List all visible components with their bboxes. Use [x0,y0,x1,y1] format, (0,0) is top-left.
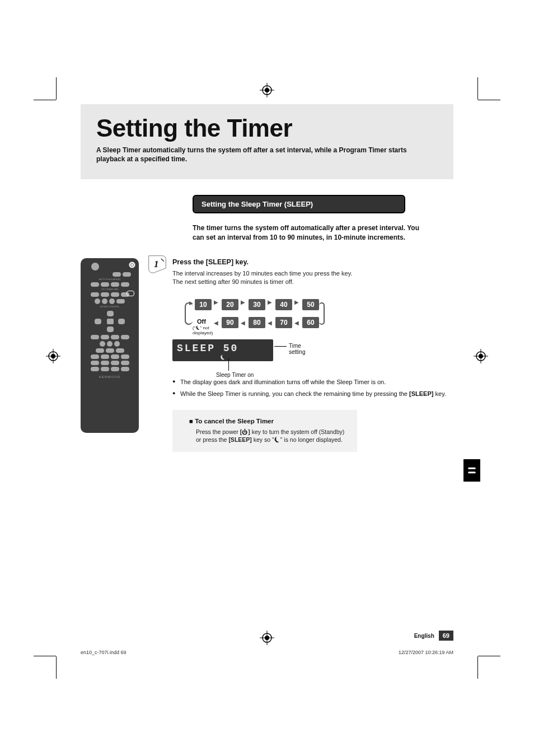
section-tab-icon [463,459,480,482]
note-body: Press the power [⏻] key to turn the syst… [189,428,347,444]
interval-chip: 40 [275,299,292,310]
page-subtitle: A Sleep Timer automatically turns the sy… [96,146,410,164]
interval-chip: 10 [195,299,212,310]
step-text-1: The interval increases by 10 minutes eac… [172,269,453,278]
sleep-key-highlight [127,291,134,296]
print-footer: en10_c-707i.indd 69 12/27/2007 10:26:19 … [81,650,453,655]
lcd-caption-on: Sleep Timer on [216,372,254,378]
section-heading: Setting the Sleep Timer (SLEEP) [193,195,405,213]
lcd-text: SLEEP 50 [177,343,238,354]
page-footer: English 69 [414,631,453,641]
print-timestamp: 12/27/2007 10:26:19 AM [399,650,453,655]
notes-list: The display goes dark and illumination t… [172,378,453,399]
step-heading: Press the [SLEEP] key. [172,258,453,266]
interval-chip: 60 [302,317,319,328]
section-intro: The timer turns the system off automatic… [193,223,422,242]
page-title: Setting the Timer [96,114,438,142]
step-number-icon: 1 [148,255,167,274]
svg-text:1: 1 [154,259,159,269]
cancel-note-box: To cancel the Sleep Timer Press the powe… [172,410,357,452]
moon-icon: ⏾ [177,355,269,360]
footer-language: English [414,633,434,639]
note-heading: To cancel the Sleep Timer [189,418,347,424]
interval-chip: 80 [249,317,265,328]
lcd-caption-time: Time setting [289,343,305,355]
power-icon [129,262,135,268]
lcd-display: SLEEP 50 ⏾ Time setting Sleep Timer on [172,339,284,361]
hero-section: Setting the Timer A Sleep Timer automati… [81,104,453,179]
registration-mark-icon [46,349,60,363]
interval-chip: 90 [222,317,238,328]
interval-chip: 50 [302,299,319,310]
step-1: 1 Press the [SLEEP] key. The interval in… [151,258,453,452]
list-item: The display goes dark and illumination t… [172,378,453,386]
interval-chip: 30 [249,299,265,310]
svg-rect-17 [468,468,476,469]
off-sublabel: ("⏾" not displayed) [193,326,218,336]
list-item: While the Sleep Timer is running, you ca… [172,390,453,398]
registration-mark-icon [474,349,488,363]
print-file: en10_c-707i.indd 69 [81,650,127,655]
interval-cycle-diagram: 10 ▶ 20 ▶ 30 ▶ 40 ▶ 50 60 ◀ 70 ◀ 80 [172,299,357,333]
registration-mark-icon [260,83,274,97]
svg-rect-18 [468,472,476,473]
interval-chip: 70 [275,317,292,328]
off-label: Off [197,318,206,325]
remote-brand: KENWOOD [84,375,135,379]
remote-illustration: AUTO iPod D.AUDIO CD TUNER USB SOUND CON… [81,258,139,452]
step-text-2: The next setting after 90 minutes is tim… [172,278,453,286]
footer-page-number: 69 [439,631,453,641]
interval-chip: 20 [222,299,238,310]
